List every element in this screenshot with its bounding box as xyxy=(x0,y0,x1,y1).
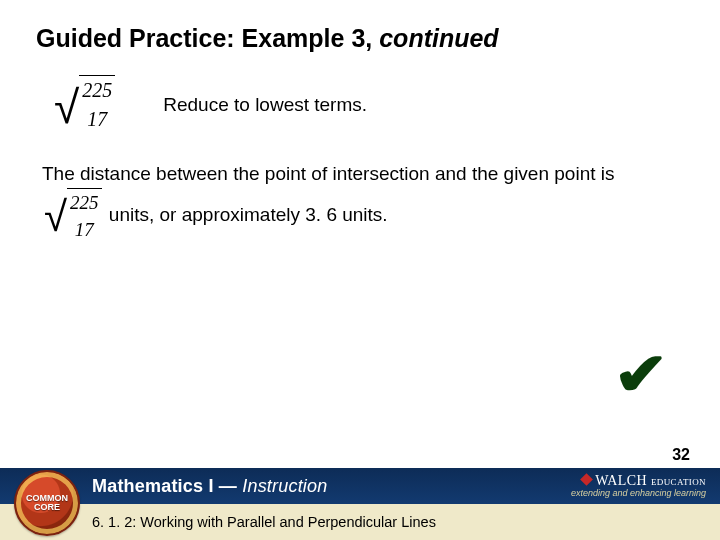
fraction-denominator: 17 xyxy=(84,105,110,134)
inline-fraction-numerator: 225 xyxy=(67,188,102,217)
walch-logo: WALCH EDUCATION extending and enhancing … xyxy=(571,474,706,498)
inline-fraction: 225 17 xyxy=(67,188,102,244)
diamond-icon xyxy=(580,473,593,486)
walch-name: WALCH EDUCATION xyxy=(582,474,706,488)
brand-sub: Instruction xyxy=(242,476,327,496)
common-core-seal-icon: COMMON CORE xyxy=(14,470,80,536)
brand-main: Mathematics I — xyxy=(92,476,242,496)
walch-tagline: extending and enhancing learning xyxy=(571,489,706,498)
title-continued: continued xyxy=(379,24,498,52)
fraction-numerator: 225 xyxy=(79,75,115,105)
explanation-paragraph: The distance between the point of inters… xyxy=(42,160,678,244)
fraction: 225 17 xyxy=(79,75,115,134)
checkmark-icon: ✔ xyxy=(612,339,671,409)
para-before: The distance between the point of inters… xyxy=(42,163,615,184)
sqrt-expression: √ 225 17 xyxy=(54,75,115,134)
footer-bar: Mathematics I — Instruction WALCH EDUCAT… xyxy=(0,468,720,504)
reduce-text: Reduce to lowest terms. xyxy=(163,91,367,119)
title-prefix: Guided Practice: Example 3, xyxy=(36,24,379,52)
footer: Mathematics I — Instruction WALCH EDUCAT… xyxy=(0,468,720,540)
slide-title: Guided Practice: Example 3, continued xyxy=(36,24,684,53)
para-after: units, or approximately 3. 6 units. xyxy=(109,204,388,225)
brand: Mathematics I — Instruction xyxy=(92,476,328,497)
radical-icon: √ xyxy=(44,196,67,238)
inline-fraction-denominator: 17 xyxy=(72,216,97,244)
expression-row: √ 225 17 Reduce to lowest terms. xyxy=(54,75,684,134)
lesson-reference: 6. 1. 2: Working with Parallel and Perpe… xyxy=(92,514,436,530)
radical-icon: √ xyxy=(54,84,79,130)
page-number: 32 xyxy=(672,446,690,464)
footer-subbar: 6. 1. 2: Working with Parallel and Perpe… xyxy=(0,504,720,540)
inline-sqrt-expression: √ 225 17 xyxy=(44,188,102,244)
